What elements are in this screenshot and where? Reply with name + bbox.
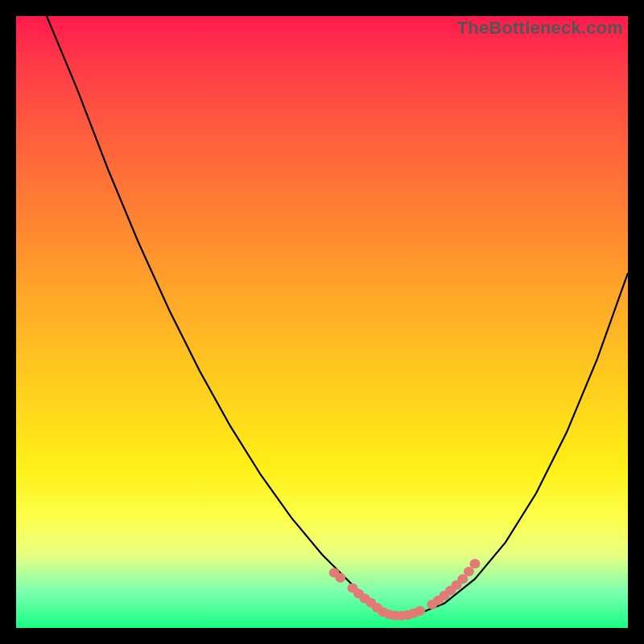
marker-dot [335, 573, 345, 583]
bottleneck-curve [47, 16, 628, 616]
curve-layer [16, 16, 628, 628]
plot-area: TheBottleneck.com [16, 16, 628, 628]
marker-dot [470, 559, 481, 568]
marker-dot [464, 567, 474, 576]
chart-frame: TheBottleneck.com [0, 0, 644, 644]
highlight-markers [329, 559, 481, 621]
marker-dot [415, 606, 425, 616]
